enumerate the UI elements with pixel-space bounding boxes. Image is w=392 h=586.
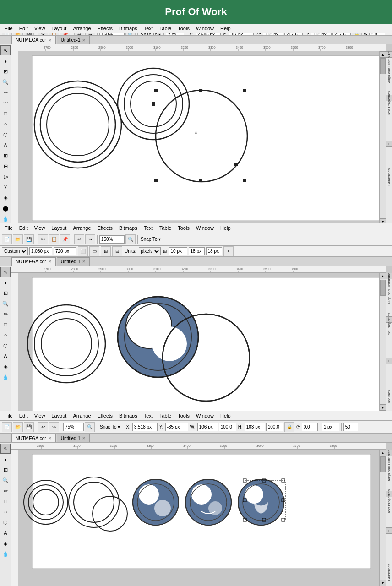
expand-btn-guidelines-2[interactable]: + <box>386 358 392 364</box>
snap-val-3[interactable] <box>343 423 358 431</box>
tab-close-1[interactable]: ✕ <box>48 38 52 43</box>
tb-copy-2[interactable]: 📋 <box>49 234 59 244</box>
menu-effects-3[interactable]: Effects <box>95 412 115 419</box>
tool-fill-3[interactable]: ◈ <box>0 538 11 548</box>
menu-tools-2[interactable]: Tools <box>175 224 192 232</box>
tool-node[interactable]: ⬧ <box>0 56 11 66</box>
menu-window-3[interactable]: Window <box>193 412 217 419</box>
tool-rect-3[interactable]: □ <box>0 496 11 506</box>
units-select[interactable]: pixels <box>139 247 161 255</box>
tool-connector[interactable]: ⌲ <box>0 172 11 182</box>
scroll-thumb-2[interactable] <box>380 280 386 296</box>
tab-close-2[interactable]: ✕ <box>48 259 52 264</box>
tab-nutmega-1[interactable]: NUTMEGA.cdr ✕ <box>11 36 56 44</box>
tb-lock-3[interactable]: 🔒 <box>284 422 294 432</box>
expand-btn-guidelines-3[interactable]: + <box>386 527 392 534</box>
menu-text-1[interactable]: Text <box>141 25 156 32</box>
tool-zoom-3[interactable]: 🔍 <box>0 475 11 485</box>
scroll-up-2[interactable]: ▲ <box>380 273 386 279</box>
menu-table-1[interactable]: Table <box>157 25 174 32</box>
tb-grid[interactable]: ⊟ <box>112 246 122 256</box>
tab-nutmega-3[interactable]: NUTMEGA.cdr ✕ <box>11 434 56 442</box>
tab-untitled-2[interactable]: Untitled-1 ✕ <box>57 257 90 266</box>
tool-select-2[interactable]: ↖ <box>0 267 11 277</box>
tb-new-3[interactable]: 📄 <box>2 422 12 432</box>
menu-help-2[interactable]: Help <box>218 224 234 232</box>
scroll-down-3[interactable]: ▼ <box>380 580 386 586</box>
canvas-area-2[interactable]: 2700 2800 2900 3000 3100 3200 3300 <box>11 266 392 411</box>
sw-input-3[interactable] <box>219 423 236 431</box>
tb-portrait[interactable]: ⬜ <box>78 246 88 256</box>
menu-effects-1[interactable]: Effects <box>95 25 115 32</box>
tb-new-2[interactable]: 📄 <box>2 234 12 244</box>
menu-bitmaps-1[interactable]: Bitmaps <box>116 25 140 32</box>
zoom-input-3[interactable] <box>63 423 84 431</box>
preset-select[interactable]: Custom <box>2 247 28 255</box>
tb-paste-2[interactable]: 📌 <box>60 234 70 244</box>
grid-w-input[interactable] <box>189 247 205 255</box>
tb-add-page[interactable]: + <box>223 246 234 256</box>
menu-text-2[interactable]: Text <box>141 224 156 232</box>
menu-view-1[interactable]: View <box>32 25 48 32</box>
tool-dropper-2[interactable]: 💧 <box>0 372 11 382</box>
menu-layout-2[interactable]: Layout <box>49 224 69 232</box>
tool-freehand-2[interactable]: ✏ <box>0 309 11 319</box>
tb-zoom-3[interactable]: 🔍 <box>85 422 95 432</box>
menu-layout-3[interactable]: Layout <box>49 412 69 419</box>
tab-close-untitled-2[interactable]: ✕ <box>82 259 86 264</box>
menu-tools-3[interactable]: Tools <box>175 412 192 419</box>
tool-crop-3[interactable]: ⊡ <box>0 465 11 475</box>
w-input-3[interactable] <box>197 423 218 431</box>
tool-measure[interactable]: ⊻ <box>0 182 11 192</box>
scrollbar-2[interactable]: ▲ ▼ <box>379 273 386 411</box>
tb-open-3[interactable]: 📂 <box>13 422 23 432</box>
tb-cut-2[interactable]: ✂ <box>38 234 48 244</box>
menu-file-3[interactable]: File <box>2 412 16 419</box>
tool-ellipse[interactable]: ○ <box>0 119 11 129</box>
menu-layout-1[interactable]: Layout <box>49 25 69 32</box>
menu-view-3[interactable]: View <box>32 412 48 419</box>
tool-node-3[interactable]: ⬧ <box>0 454 11 464</box>
expand-btn-guidelines-1[interactable]: + <box>386 141 392 147</box>
tab-nutmega-2[interactable]: NUTMEGA.cdr ✕ <box>11 257 56 266</box>
scroll-up-3[interactable]: ▲ <box>380 450 386 456</box>
zoom-input-2[interactable] <box>99 235 125 244</box>
tool-polygon-3[interactable]: ⬡ <box>0 517 11 527</box>
menu-view-2[interactable]: View <box>32 224 48 232</box>
tb-open-2[interactable]: 📂 <box>13 234 23 244</box>
tool-ellipse-2[interactable]: ○ <box>0 330 11 340</box>
tab-close-untitled-1[interactable]: ✕ <box>82 38 86 43</box>
tool-dropper[interactable]: 💧 <box>0 214 11 224</box>
tool-fill[interactable]: ◈ <box>0 193 11 203</box>
menu-arrange-3[interactable]: Arrange <box>70 412 93 419</box>
menu-edit-3[interactable]: Edit <box>16 412 31 419</box>
tb-zoom-in-2[interactable]: 🔍 <box>125 234 136 244</box>
tool-ellipse-3[interactable]: ○ <box>0 507 11 517</box>
canvas-area-1[interactable]: 2700 2800 2900 3000 3100 3200 3300 <box>11 44 392 225</box>
menu-edit-2[interactable]: Edit <box>16 224 31 232</box>
tool-zoom[interactable]: 🔍 <box>0 77 11 87</box>
tool-fill-2[interactable]: ◈ <box>0 362 11 372</box>
line-w-3[interactable] <box>322 423 339 431</box>
tool-smart[interactable]: 〰 <box>0 98 11 108</box>
tool-parallel[interactable]: ⊟ <box>0 161 11 171</box>
tool-crop[interactable]: ⊡ <box>0 66 11 76</box>
tool-dropper-3[interactable]: 💧 <box>0 549 11 559</box>
tb-undo-2[interactable]: ↩ <box>74 234 84 244</box>
tb-redo-2[interactable]: ↪ <box>85 234 95 244</box>
tab-untitled-1[interactable]: Untitled-1 ✕ <box>57 36 90 44</box>
tab-close-untitled-3[interactable]: ✕ <box>82 436 86 440</box>
menu-table-2[interactable]: Table <box>157 224 174 232</box>
angle-input-3[interactable] <box>302 423 318 431</box>
menu-help-1[interactable]: Help <box>218 25 234 32</box>
menu-arrange-2[interactable]: Arrange <box>70 224 93 232</box>
tool-interactive[interactable]: ⬤ <box>0 203 11 213</box>
tool-node-2[interactable]: ⬧ <box>0 277 11 288</box>
tool-text-3[interactable]: A <box>0 528 11 538</box>
tb-facing[interactable]: ⊞ <box>101 246 111 256</box>
tb-save-3[interactable]: 💾 <box>24 422 34 432</box>
tab-close-3[interactable]: ✕ <box>48 436 52 440</box>
tool-text-2[interactable]: A <box>0 351 11 361</box>
scrollbar-3[interactable]: ▲ ▼ <box>379 450 386 586</box>
grid-size-input[interactable] <box>169 247 187 255</box>
